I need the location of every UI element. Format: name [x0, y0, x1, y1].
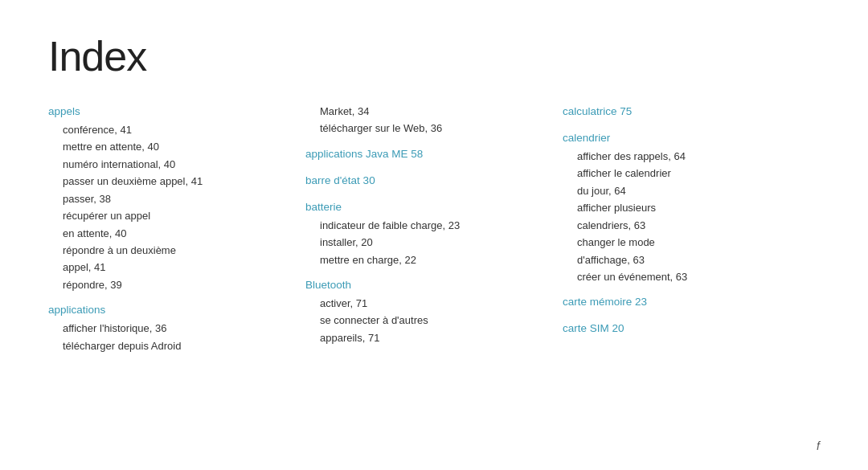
subitem: appel, 41 [48, 259, 289, 276]
subitem: répondre à un deuxième [48, 242, 289, 259]
subitem: afficher le calendrier [563, 165, 804, 182]
heading-barre-etat: barre d'état 30 [305, 172, 547, 190]
subitem: appareils, 71 [305, 329, 547, 346]
subitem: afficher l'historique, 36 [48, 320, 289, 337]
column-2: Market, 34 télécharger sur le Web, 36 ap… [305, 103, 563, 362]
subitem: mettre en charge, 22 [305, 251, 547, 268]
subitem: conférence, 41 [48, 121, 289, 138]
block-batterie: batterie indicateur de faible charge, 23… [305, 198, 547, 268]
block-applications: applications afficher l'historique, 36 t… [48, 301, 289, 354]
heading-batterie: batterie [305, 198, 547, 217]
subitem: mettre en attente, 40 [48, 138, 289, 155]
heading-carte-memoire: carte mémoire 23 [563, 293, 804, 312]
subitem: d'affichage, 63 [563, 251, 804, 268]
subitem: afficher plusieurs [563, 199, 804, 216]
block-calculatrice: calculatrice 75 [563, 103, 804, 121]
page: Index appels conférence, 41 mettre en at… [0, 0, 868, 470]
page-title: Index [48, 32, 820, 80]
column-3: calculatrice 75 calendrier afficher des … [563, 103, 820, 362]
heading-calendrier: calendrier [563, 129, 804, 148]
subitem: créer un événement, 63 [563, 268, 804, 285]
subitem: changer le mode [563, 234, 804, 251]
block-java-me: applications Java ME 58 [305, 145, 547, 164]
subitem: télécharger depuis Adroid [48, 337, 289, 354]
block-market: Market, 34 télécharger sur le Web, 36 [305, 103, 547, 137]
subitem: calendriers, 63 [563, 217, 804, 234]
subitem: Market, 34 [305, 103, 547, 120]
subitem: numéro international, 40 [48, 156, 289, 173]
block-calendrier: calendrier afficher des rappels, 64 affi… [563, 129, 804, 285]
subitem: récupérer un appel [48, 207, 289, 224]
subitem: du jour, 64 [563, 182, 804, 199]
block-carte-sim: carte SIM 20 [563, 320, 804, 338]
subitem: afficher des rappels, 64 [563, 148, 804, 165]
subitem: passer, 38 [48, 190, 289, 207]
block-barre-etat: barre d'état 30 [305, 172, 547, 190]
subitem: passer un deuxième appel, 41 [48, 173, 289, 190]
subitem: se connecter à d'autres [305, 312, 547, 329]
heading-carte-sim: carte SIM 20 [563, 320, 804, 338]
footer-letter: f [817, 439, 820, 452]
heading-calculatrice: calculatrice 75 [563, 103, 804, 121]
heading-bluetooth: Bluetooth [305, 276, 547, 295]
subitem: en attente, 40 [48, 225, 289, 242]
subitem: indicateur de faible charge, 23 [305, 217, 547, 234]
subitem: télécharger sur le Web, 36 [305, 120, 547, 137]
heading-java-me: applications Java ME 58 [305, 145, 547, 164]
index-columns: appels conférence, 41 mettre en attente,… [48, 103, 820, 362]
subitem: répondre, 39 [48, 276, 289, 293]
subitem: installer, 20 [305, 234, 547, 251]
subitem: activer, 71 [305, 295, 547, 312]
heading-appels: appels [48, 103, 289, 121]
heading-applications: applications [48, 301, 289, 320]
block-carte-memoire: carte mémoire 23 [563, 293, 804, 312]
column-1: appels conférence, 41 mettre en attente,… [48, 103, 305, 362]
block-bluetooth: Bluetooth activer, 71 se connecter à d'a… [305, 276, 547, 346]
block-appels: appels conférence, 41 mettre en attente,… [48, 103, 289, 293]
